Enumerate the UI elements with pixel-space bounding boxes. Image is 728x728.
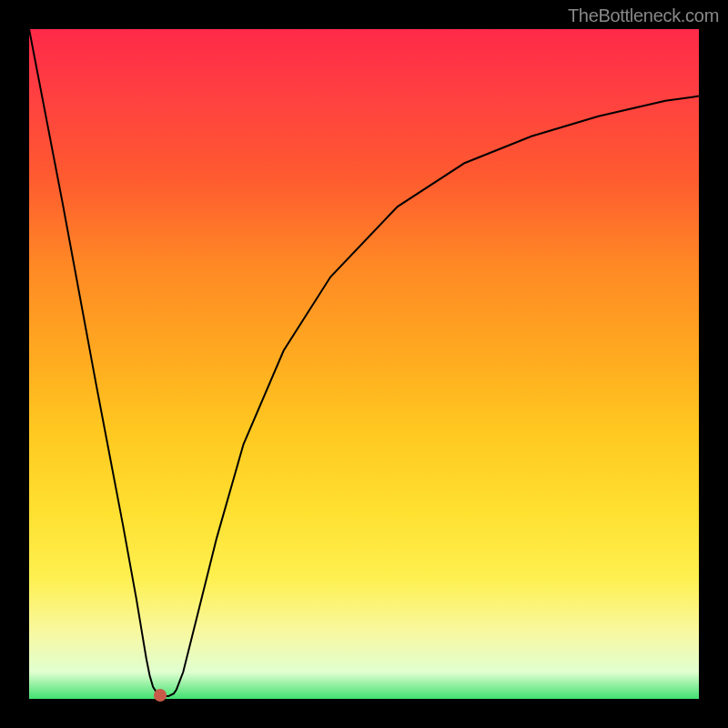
curve-path [29, 29, 699, 696]
marker-dot [154, 689, 167, 702]
attribution-label: TheBottleneck.com [568, 5, 719, 26]
curve-svg [29, 29, 699, 699]
plot-area [29, 29, 699, 699]
chart-container: TheBottleneck.com [0, 0, 728, 728]
